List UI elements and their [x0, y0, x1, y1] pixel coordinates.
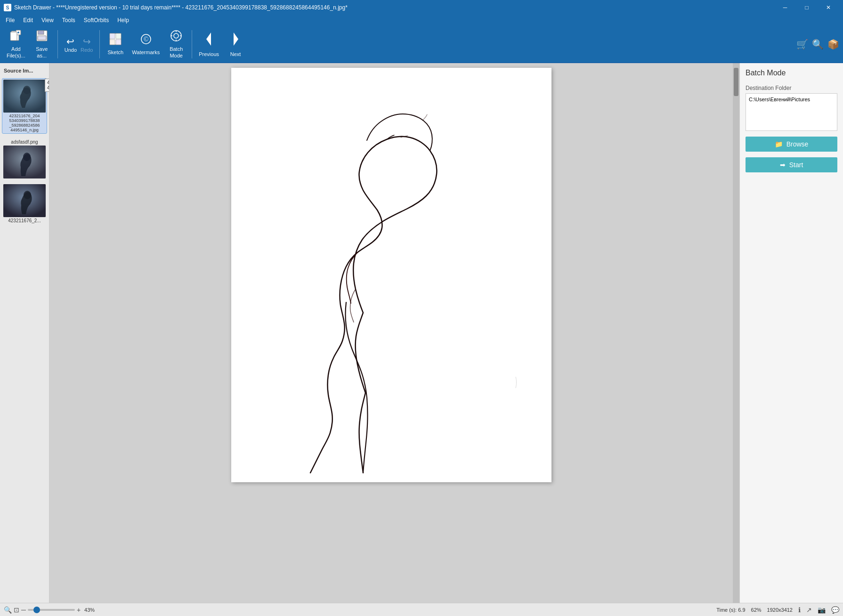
menu-bar: File Edit View Tools SoftOrbits Help [0, 15, 843, 25]
svg-rect-30 [231, 68, 551, 482]
next-button[interactable]: Next [224, 29, 247, 59]
svg-rect-10 [116, 33, 121, 39]
previous-label: Previous [199, 51, 219, 57]
svg-rect-6 [38, 31, 44, 34]
watermarks-label: Watermarks [132, 49, 160, 56]
start-button[interactable]: ➡ Start [746, 157, 837, 172]
batch-mode-button[interactable]: Batch Mode [164, 27, 188, 60]
cart-icon[interactable]: 🛒 [796, 39, 808, 50]
menu-file[interactable]: File [2, 16, 18, 24]
sidebar: Source Im... [0, 63, 49, 603]
zoom-value: 43% [84, 607, 95, 613]
app-icon: S [4, 4, 11, 11]
sketch-button[interactable]: Sketch [104, 31, 127, 57]
sidebar-thumb-1 [3, 80, 46, 113]
undo-label: Undo [65, 47, 77, 53]
zoom-slider[interactable] [28, 609, 75, 611]
redo-icon: ↪ [83, 36, 91, 47]
redo-button[interactable]: ↪ Redo [81, 36, 93, 53]
previous-button[interactable]: Previous [196, 29, 222, 59]
time-label: Time (s): 6.9 [716, 607, 745, 613]
browse-button[interactable]: 📁 Browse [746, 137, 837, 152]
svg-rect-7 [38, 36, 46, 40]
destination-folder-path-box: C:\Users\Евгений\Pictures [746, 93, 837, 131]
status-bar-right: Time (s): 6.9 62% 1920x3412 ℹ ↗ 📷 💬 [716, 606, 839, 614]
status-bar: 🔍 ⊡ ─ + 43% Time (s): 6.9 62% 1920x3412 … [0, 603, 843, 616]
watermarks-icon: © [139, 32, 153, 48]
slider-thumb[interactable] [33, 607, 40, 613]
zoom-out-icon[interactable]: 🔍 [4, 606, 12, 614]
title-bar: S Sketch Drawer - ****Unregistered versi… [0, 0, 843, 15]
sidebar-item-1[interactable]: 423211676_2045340399178838_5928688245864… [2, 78, 47, 134]
save-icon [35, 29, 49, 44]
package-icon[interactable]: 📦 [827, 39, 839, 50]
sidebar-item-3[interactable]: 423211676_2... [2, 183, 47, 224]
title-bar-left: S Sketch Drawer - ****Unregistered versi… [4, 4, 348, 11]
divider-2 [99, 30, 100, 58]
menu-edit[interactable]: Edit [19, 16, 37, 24]
menu-softorbits[interactable]: SoftOrbits [80, 16, 113, 24]
sidebar-section-label: Source Im... [2, 67, 47, 74]
undo-redo-row: ↩ Undo ↪ Redo [65, 36, 93, 53]
sketch-label: Sketch [108, 49, 124, 56]
status-bar-left: 🔍 ⊡ ─ + 43% [4, 606, 95, 614]
vertical-scrollbar[interactable] [733, 63, 739, 603]
right-panel: Batch Mode Destination Folder C:\Users\Е… [739, 63, 843, 603]
start-label: Start [789, 161, 803, 169]
menu-help[interactable]: Help [113, 16, 133, 24]
canvas-inner [231, 68, 551, 482]
divider-1 [57, 30, 58, 58]
minus-icon[interactable]: ─ [21, 606, 26, 614]
batch-mode-panel-title: Batch Mode [746, 69, 837, 77]
menu-tools[interactable]: Tools [58, 16, 79, 24]
sketch-icon [109, 32, 122, 48]
batch-mode-icon [170, 29, 183, 44]
sidebar-thumb-3 [3, 184, 46, 217]
batch-mode-label: Batch Mode [170, 46, 183, 58]
divider-3 [192, 30, 192, 58]
undo-button[interactable]: ↩ Undo [65, 36, 77, 53]
camera-icon[interactable]: 📷 [818, 606, 826, 614]
svg-rect-25 [3, 80, 46, 113]
sidebar-item-name-1: 423211676_2045340399178838_5928688245864… [9, 113, 40, 132]
svg-point-16 [174, 33, 178, 38]
minimize-button[interactable]: ─ [774, 0, 796, 15]
fit-icon[interactable]: ⊡ [14, 606, 19, 614]
next-icon [229, 31, 242, 49]
add-files-icon [9, 29, 23, 44]
toolbar-right: 🛒 🔍 📦 [796, 39, 839, 50]
add-files-label: Add File(s)... [7, 46, 25, 58]
svg-marker-21 [206, 32, 211, 46]
next-label: Next [230, 51, 241, 57]
share-icon[interactable]: ↗ [806, 606, 812, 614]
sidebar-item-2[interactable]: adsfasdf.png [2, 138, 47, 179]
add-files-button[interactable]: Add File(s)... [4, 27, 28, 60]
svg-rect-4 [10, 32, 17, 41]
previous-icon [203, 31, 216, 49]
svg-point-27 [23, 153, 31, 161]
search-icon[interactable]: 🔍 [812, 39, 824, 50]
sidebar-thumb-2 [3, 146, 46, 178]
scrollbar-thumb[interactable] [734, 68, 738, 96]
close-button[interactable]: ✕ [818, 0, 839, 15]
slider-track [28, 609, 75, 611]
destination-folder-path: C:\Users\Евгений\Pictures [749, 97, 810, 102]
destination-folder-section: Destination Folder C:\Users\Евгений\Pict… [746, 85, 837, 131]
sidebar-item-tooltip-1: 423211676_2045340399178838_5928688245864… [45, 79, 49, 92]
menu-view[interactable]: View [38, 16, 57, 24]
start-arrow-icon: ➡ [780, 161, 786, 169]
svg-rect-12 [116, 40, 121, 45]
watermarks-button[interactable]: © Watermarks [129, 31, 162, 57]
save-as-label: Save as... [36, 46, 48, 58]
window-controls: ─ □ ✕ [774, 0, 839, 15]
canvas-area [49, 63, 733, 603]
resolution-label: 1920x3412 [767, 607, 793, 613]
svg-rect-9 [110, 33, 115, 39]
save-as-button[interactable]: Save as... [30, 27, 54, 60]
browse-folder-icon: 📁 [775, 140, 783, 148]
info-icon[interactable]: ℹ [798, 606, 801, 614]
window-title: Sketch Drawer - ****Unregistered version… [14, 4, 348, 11]
plus-icon[interactable]: + [77, 606, 81, 614]
maximize-button[interactable]: □ [796, 0, 818, 15]
social-icon[interactable]: 💬 [831, 606, 839, 614]
